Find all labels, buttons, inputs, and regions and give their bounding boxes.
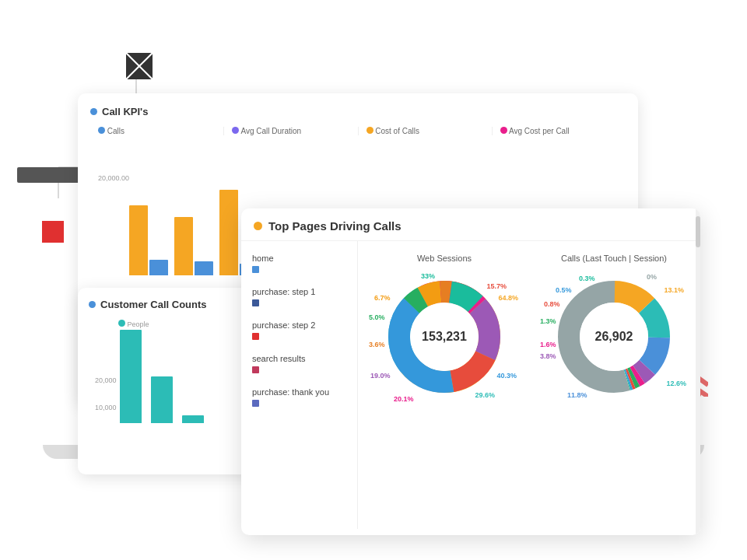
web-sessions-title: Web Sessions	[417, 254, 472, 263]
calls-pct-38: 3.8%	[540, 352, 556, 360]
kpi-y-label: 20,000.00	[98, 174, 129, 182]
pct-15: 15.7%	[486, 282, 507, 290]
kpi-metric-avgcost: Avg Cost per Call	[492, 127, 626, 135]
customer-title-text: Customer Call Counts	[100, 299, 207, 310]
bar-orange-1	[129, 205, 148, 275]
kpi-metric-calls: Calls	[90, 127, 223, 135]
call-kpi-title: Call KPI's	[90, 106, 626, 117]
pct-40: 40.3%	[496, 372, 517, 380]
top-pages-dot	[254, 222, 262, 230]
cust-y-20k: 20,000	[95, 376, 117, 384]
metric-dot-calls	[98, 127, 105, 134]
page-dot-thankyou	[252, 400, 259, 407]
metric-dot-duration	[232, 127, 239, 134]
page-item-step1[interactable]: purchase: step 1	[241, 281, 357, 314]
cust-bar-1	[120, 330, 142, 423]
page-item-search-label: search results	[252, 354, 346, 363]
page-item-thankyou[interactable]: purchase: thank you	[241, 381, 357, 415]
calls-session-donut: 26,902 13.1% 12.6% 11.8% 3.8% 1.6% 1.3% …	[548, 271, 680, 403]
page-item-thankyou-label: purchase: thank you	[252, 387, 346, 397]
bar-blue-1	[149, 260, 168, 275]
calls-session-value: 26,902	[595, 330, 633, 344]
top-pages-header: Top Pages Driving Calls	[241, 208, 700, 241]
kpi-metric-duration: Avg Call Duration	[223, 127, 357, 135]
pages-charts: Web Sessions	[358, 241, 700, 529]
calls-pct-03: 0.3%	[579, 275, 595, 282]
metric-label-avgcost: Avg Cost per Call	[509, 127, 570, 135]
web-sessions-section: Web Sessions	[367, 254, 521, 516]
page-item-search[interactable]: search results	[241, 348, 357, 381]
page-dot-home	[252, 266, 259, 273]
kpi-title-dot	[90, 108, 97, 115]
cust-bar-2	[151, 376, 173, 423]
bar-group-2	[174, 217, 213, 275]
calls-pct-13b: 1.3%	[540, 317, 556, 325]
customer-metric-text: People	[128, 320, 149, 328]
kpi-title-text: Call KPI's	[102, 106, 148, 117]
customer-title-dot	[89, 301, 96, 308]
calls-pct-0: 0%	[647, 273, 657, 281]
calls-pct-12: 12.6%	[666, 380, 686, 387]
diagonal-icon	[126, 53, 153, 79]
metric-label-calls: Calls	[107, 127, 124, 135]
calls-pct-08: 0.8%	[544, 300, 560, 308]
page-item-step1-label: purchase: step 1	[252, 287, 346, 296]
pct-20: 20.1%	[394, 395, 414, 403]
bar-group-1	[129, 205, 168, 275]
bar-orange-3	[219, 190, 238, 275]
page-item-step2[interactable]: purchase: step 2	[241, 314, 357, 348]
customer-metric-dot	[118, 320, 125, 327]
web-sessions-value: 153,231	[422, 330, 467, 344]
page-item-step2-label: purchase: step 2	[252, 320, 346, 330]
web-sessions-donut: 153,231 15.7% 64.8% 33% 40.3% 29.6% 20.1…	[378, 271, 510, 403]
top-pages-card: Top Pages Driving Calls home purchase: s…	[241, 208, 700, 535]
red-square	[42, 221, 64, 243]
page-item-home-label: home	[252, 254, 346, 263]
bar-orange-2	[174, 217, 193, 275]
cust-bar-3	[182, 415, 204, 423]
pct-64: 64.8%	[498, 294, 518, 302]
pct-29: 29.6%	[475, 391, 495, 399]
page-item-home[interactable]: home	[241, 247, 357, 281]
calls-session-section: Calls (Last Touch | Session)	[537, 254, 691, 516]
charts-row: Web Sessions	[367, 254, 691, 516]
dark-label-box	[17, 167, 86, 183]
metric-label-cost: Cost of Calls	[375, 127, 419, 135]
pct-33: 33%	[421, 272, 435, 280]
calls-session-title: Calls (Last Touch | Session)	[561, 254, 667, 263]
calls-pct-16: 1.6%	[540, 341, 556, 348]
pct-5: 5.0%	[369, 313, 385, 321]
cust-y-10k: 10,000	[95, 404, 117, 411]
kpi-metric-cost: Cost of Calls	[358, 127, 492, 135]
pct-36: 3.6%	[369, 341, 385, 348]
page-dot-step1	[252, 299, 259, 306]
metric-dot-avgcost	[500, 127, 507, 134]
top-pages-body: home purchase: step 1 purchase: step 2 s…	[241, 241, 700, 529]
kpi-metrics-row: Calls Avg Call Duration Cost of Calls Av…	[90, 127, 626, 135]
calls-pct-05: 0.5%	[556, 286, 572, 294]
pages-list[interactable]: home purchase: step 1 purchase: step 2 s…	[241, 241, 358, 529]
top-pages-title: Top Pages Driving Calls	[268, 219, 402, 233]
bar-blue-2	[195, 261, 213, 275]
page-dot-search	[252, 366, 259, 373]
metric-label-duration: Avg Call Duration	[240, 127, 301, 135]
calls-pct-13: 13.1%	[664, 286, 684, 294]
pct-67: 6.7%	[374, 294, 391, 302]
calls-pct-118: 11.8%	[567, 391, 587, 399]
page-dot-step2	[252, 333, 259, 340]
pct-19: 19.0%	[370, 372, 391, 380]
metric-dot-cost	[366, 127, 374, 134]
